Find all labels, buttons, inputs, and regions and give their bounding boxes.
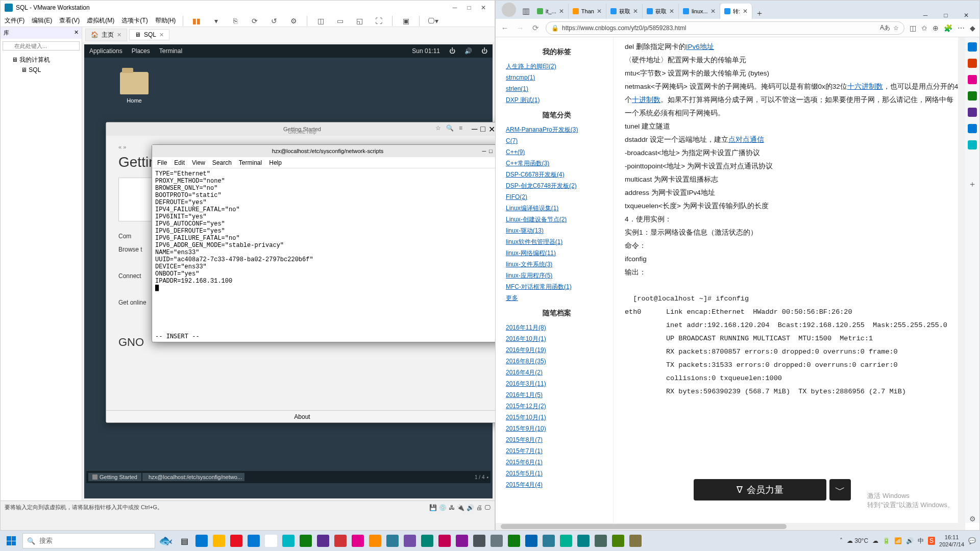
tag-link[interactable]: strlen(1) (506, 83, 608, 94)
taskbar-clock[interactable]: 16:11 2024/7/14 (939, 534, 964, 548)
taskbar-app-icon[interactable] (280, 533, 297, 549)
tag-link[interactable]: 人生路上的脚印(2) (506, 61, 608, 72)
taskbar-app-icon[interactable] (454, 533, 470, 549)
archive-link[interactable]: 2016年8月(35) (506, 356, 608, 367)
category-link[interactable]: Linux-创建设备节点(2) (506, 214, 608, 225)
guest-display[interactable]: Applications Places Terminal Sun 01:11 ⏻… (84, 44, 493, 498)
tag-link[interactable]: strncmp(1) (506, 72, 608, 83)
office-side-icon[interactable] (968, 108, 977, 117)
category-link[interactable]: linux软件包管理器(1) (506, 236, 608, 247)
toolbar-dropdown[interactable]: ▾ (210, 15, 222, 27)
category-link[interactable]: C++常用函数(3) (506, 158, 608, 169)
search-side-icon[interactable] (968, 42, 977, 52)
taskbar-app-icon[interactable] (350, 533, 366, 549)
term-min-button[interactable]: ─ (482, 148, 486, 155)
help-min-button[interactable]: ─ (472, 124, 477, 134)
archive-link[interactable]: 2016年9月(19) (506, 344, 608, 356)
gnome-apps[interactable]: Applications (89, 47, 122, 55)
tray-volume-icon[interactable]: 🔊 (906, 537, 914, 544)
unity-button[interactable]: ▣ (400, 15, 412, 27)
member-banner[interactable]: ∇ 会员力量 (694, 479, 826, 500)
tab-close-icon[interactable]: ✕ (597, 8, 602, 15)
device-net-icon[interactable]: 🖧 (449, 504, 455, 511)
taskbar-app-icon[interactable] (593, 533, 609, 549)
tray-network-icon[interactable]: 📶 (894, 537, 902, 544)
library-close-icon[interactable]: ✕ (74, 29, 79, 37)
taskbar-app-icon[interactable] (228, 533, 244, 549)
drop-side-icon[interactable] (968, 140, 977, 149)
term-menu-edit[interactable]: Edit (174, 159, 185, 166)
taskbar-app-icon[interactable] (193, 533, 210, 549)
category-link[interactable]: linux-驱动(13) (506, 225, 608, 236)
tab-close-icon[interactable]: ✕ (743, 8, 748, 15)
tray-expand-icon[interactable]: ˄ (840, 537, 843, 544)
revert-button[interactable]: ↺ (268, 15, 280, 27)
menu-vm[interactable]: 虚拟机(M) (87, 16, 114, 25)
tab-home[interactable]: 🏠 主页 ✕ (85, 29, 127, 41)
archive-link[interactable]: 2015年10月(1) (506, 412, 608, 423)
taskbar-app-icon[interactable] (575, 533, 592, 549)
browser-tab[interactable]: 转:✕ (720, 4, 752, 19)
layout2-button[interactable]: ▭ (334, 15, 346, 27)
archive-link[interactable]: 2016年10月(1) (506, 333, 608, 344)
browser-tab[interactable]: 获取✕ (643, 4, 679, 19)
forward-button[interactable]: → (515, 23, 525, 32)
refresh-button[interactable]: ⟳ (530, 23, 541, 33)
close-button[interactable]: ✕ (476, 4, 491, 11)
taskbar-app-icon[interactable] (263, 533, 279, 549)
archive-link[interactable]: 2015年4月(4) (506, 479, 608, 490)
archive-link[interactable]: 2015年5月(1) (506, 468, 608, 479)
browser-tab[interactable]: Than✕ (569, 4, 606, 19)
reader-icon[interactable]: Aあ (880, 23, 890, 32)
tab-close-icon[interactable]: ✕ (633, 8, 638, 15)
profile-icon[interactable] (502, 3, 516, 17)
tray-ime-icon[interactable]: 中 (918, 537, 924, 545)
task-view-button[interactable]: ▤ (176, 533, 192, 549)
taskbar-app-icon[interactable] (436, 533, 453, 549)
archive-link[interactable]: 2015年12月(2) (506, 400, 608, 412)
device-cd-icon[interactable]: 💿 (439, 504, 447, 511)
category-link[interactable]: linux-应用程序(5) (506, 270, 608, 281)
tray-sogou-icon[interactable]: S (928, 537, 935, 545)
archive-link[interactable]: 2015年7月(1) (506, 445, 608, 457)
favorites-icon[interactable]: ✩ (921, 24, 927, 32)
menu-edit[interactable]: 编辑(E) (32, 16, 52, 25)
category-link[interactable]: DSP-创龙C6748开发板(2) (506, 180, 608, 191)
menu-icon[interactable]: ≡ (459, 124, 462, 132)
pager-ws1[interactable]: ▪ (486, 474, 488, 480)
volume-icon[interactable]: 🔊 (464, 47, 472, 55)
help-close-button[interactable]: ✕ (488, 124, 495, 134)
horizontal-scrollbar[interactable] (496, 523, 965, 530)
device-sound-icon[interactable]: 🔊 (467, 504, 474, 511)
pause-button[interactable]: ▮▮ (190, 15, 203, 27)
category-link[interactable]: linux-文件系统(3) (506, 259, 608, 270)
archive-link[interactable]: 2016年11月(8) (506, 322, 608, 333)
taskbar-app-icon[interactable] (211, 533, 227, 549)
category-link[interactable]: ARM-PananaPro开发板(3) (506, 124, 608, 135)
category-link[interactable]: DSP-C6678开发板(4) (506, 169, 608, 180)
taskbar-app-icon[interactable] (384, 533, 401, 549)
taskbar-app-icon[interactable] (558, 533, 574, 549)
taskbar-app-icon[interactable] (610, 533, 626, 549)
layout3-button[interactable]: ◱ (353, 15, 365, 27)
extensions-icon[interactable]: 🧩 (944, 24, 952, 32)
taskbar-app-icon[interactable] (627, 533, 644, 549)
archive-link[interactable]: 2016年3月(11) (506, 378, 608, 389)
terminal-window[interactable]: hzx@localhost:/etc/sysconfig/network-scr… (152, 144, 504, 342)
shopping-side-icon[interactable] (968, 59, 977, 68)
menu-view[interactable]: 查看(V) (59, 16, 80, 25)
snapshot-manager-button[interactable]: ⟳ (249, 15, 261, 27)
star-icon[interactable]: ☆ (435, 124, 441, 132)
taskbar-app-icon[interactable] (246, 533, 262, 549)
category-link[interactable]: MFC-对话框常用函数(1) (506, 281, 608, 292)
tab-close-icon[interactable]: ✕ (117, 32, 121, 38)
desktop-home-folder[interactable]: Home (120, 72, 149, 104)
taskbar-app-icon[interactable] (315, 533, 331, 549)
tab-sql[interactable]: 🖥 SQL ✕ (129, 29, 169, 40)
menu-help[interactable]: 帮助(H) (155, 16, 176, 25)
device-hdd-icon[interactable]: 💾 (429, 504, 437, 511)
address-bar[interactable]: 🔒 https://www.cnblogs.com/yfz0/p/5859283… (546, 21, 904, 35)
term-max-button[interactable]: □ (489, 148, 493, 155)
vmware-titlebar[interactable]: SQL - VMware Workstation ─ □ ✕ (1, 1, 495, 15)
games-side-icon[interactable] (968, 91, 977, 101)
